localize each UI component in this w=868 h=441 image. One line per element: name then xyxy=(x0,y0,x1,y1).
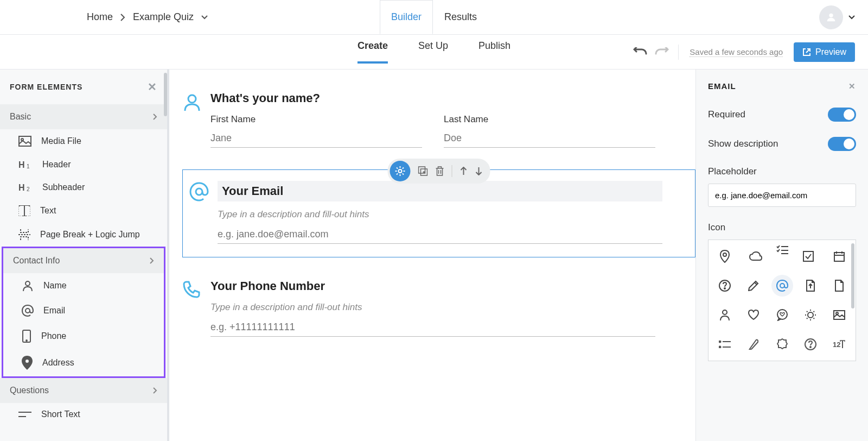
svg-text:12: 12 xyxy=(833,341,840,349)
email-input[interactable] xyxy=(218,225,662,244)
required-label: Required xyxy=(708,109,745,120)
svg-point-21 xyxy=(723,253,726,256)
properties-panel: EMAIL ✕ Required Show description Placeh… xyxy=(695,70,868,441)
close-icon[interactable]: ✕ xyxy=(848,81,856,91)
breadcrumb-quiz[interactable]: Example Quiz xyxy=(133,11,194,23)
svg-point-40 xyxy=(810,346,811,348)
sidebar-item-phone[interactable]: Phone xyxy=(3,323,164,349)
tab-results[interactable]: Results xyxy=(433,0,488,34)
svg-point-37 xyxy=(719,346,721,348)
help-circle-icon-option[interactable] xyxy=(800,333,821,355)
redo-button[interactable] xyxy=(654,45,669,60)
svg-point-32 xyxy=(808,312,813,318)
svg-rect-23 xyxy=(834,253,844,261)
image-icon-option[interactable] xyxy=(828,304,850,326)
showdesc-toggle[interactable] xyxy=(828,137,856,151)
at-icon-option[interactable] xyxy=(771,275,793,297)
at-icon xyxy=(189,182,209,201)
chevron-down-icon[interactable] xyxy=(848,15,855,20)
lightbulb-icon-option[interactable] xyxy=(800,304,821,326)
scrollbar[interactable] xyxy=(851,243,854,308)
question-title[interactable]: What's your name? xyxy=(210,91,655,105)
svg-point-0 xyxy=(829,13,833,17)
saved-status: Saved a few seconds ago xyxy=(690,47,783,57)
email-question-block[interactable]: Your Email Type in a description and fil… xyxy=(182,169,695,257)
upload-icon-option[interactable] xyxy=(800,275,821,297)
subtab-create[interactable]: Create xyxy=(358,40,388,64)
help-icon-option[interactable] xyxy=(714,275,736,297)
move-up-button[interactable] xyxy=(460,167,468,175)
chevron-right-icon xyxy=(120,14,125,21)
close-icon[interactable]: ✕ xyxy=(148,80,157,93)
pencil-icon-option[interactable] xyxy=(743,275,764,297)
person-icon xyxy=(22,280,34,292)
phone-icon xyxy=(182,280,202,300)
list-icon-option[interactable] xyxy=(776,245,788,267)
svg-rect-33 xyxy=(834,311,845,319)
icon-label: Icon xyxy=(708,222,856,233)
svg-text:H: H xyxy=(18,183,25,192)
breadcrumb-home[interactable]: Home xyxy=(87,11,113,23)
svg-rect-1 xyxy=(19,136,31,146)
description-hint[interactable]: Type in a description and fill-out hints xyxy=(210,302,655,313)
svg-point-11 xyxy=(26,340,27,341)
sidebar-item-subheader[interactable]: H2 Subheader xyxy=(0,176,167,199)
cloud-icon-option[interactable] xyxy=(745,245,767,267)
sidebar-item-name[interactable]: Name xyxy=(3,273,164,298)
sidebar-group-questions[interactable]: Questions xyxy=(0,378,167,403)
icon-picker: 12 xyxy=(708,240,856,361)
scrollbar[interactable] xyxy=(164,73,167,116)
subtab-setup[interactable]: Set Up xyxy=(418,40,448,64)
chevron-down-icon[interactable] xyxy=(201,15,208,20)
svg-rect-42 xyxy=(842,341,843,348)
first-name-input[interactable] xyxy=(210,129,422,148)
phone-input[interactable] xyxy=(210,318,655,337)
question-title[interactable]: Your Phone Number xyxy=(210,279,655,293)
file-icon-option[interactable] xyxy=(828,275,850,297)
description-hint[interactable]: Type in a description and fill-out hints xyxy=(218,209,662,220)
sidebar-item-shorttext[interactable]: Short Text xyxy=(0,403,167,426)
sidebar-item-media[interactable]: Media File xyxy=(0,129,167,153)
move-down-button[interactable] xyxy=(475,167,483,175)
first-name-label: First Name xyxy=(210,114,422,125)
heart-icon-option[interactable] xyxy=(743,304,764,326)
preview-button[interactable]: Preview xyxy=(794,42,855,62)
svg-point-28 xyxy=(724,288,725,289)
number-icon-option[interactable]: 12 xyxy=(828,333,850,355)
avatar[interactable] xyxy=(819,5,843,29)
badge-icon-option[interactable] xyxy=(771,333,793,355)
pen-icon-option[interactable] xyxy=(743,333,764,355)
subtab-publish[interactable]: Publish xyxy=(478,40,510,64)
subheader-icon: H2 xyxy=(18,182,33,192)
sidebar-group-contact[interactable]: Contact Info xyxy=(3,248,164,273)
placeholder-label: Placeholder xyxy=(708,166,856,177)
question-title[interactable]: Your Email xyxy=(222,184,283,198)
undo-button[interactable] xyxy=(633,45,648,60)
sidebar-item-pagebreak[interactable]: Page Break + Logic Jump xyxy=(0,223,167,247)
sidebar-item-header[interactable]: H1 Header xyxy=(0,153,167,176)
header-icon: H1 xyxy=(18,160,33,169)
sidebar-group-basic[interactable]: Basic xyxy=(0,104,167,129)
checkbox-icon-option[interactable] xyxy=(797,245,819,267)
bullet-list-icon-option[interactable] xyxy=(714,333,736,355)
media-icon xyxy=(18,136,31,147)
panel-title: EMAIL xyxy=(708,81,736,91)
placeholder-input[interactable] xyxy=(708,184,856,207)
person-icon-option[interactable] xyxy=(714,304,736,326)
duplicate-button[interactable] xyxy=(418,166,428,176)
chat-heart-icon-option[interactable] xyxy=(771,304,793,326)
sidebar-item-email[interactable]: Email xyxy=(3,298,164,323)
last-name-input[interactable] xyxy=(444,129,655,148)
required-toggle[interactable] xyxy=(828,108,856,122)
at-icon xyxy=(22,305,34,317)
svg-point-15 xyxy=(399,169,402,173)
sidebar-item-text[interactable]: Text xyxy=(0,199,167,223)
calendar-icon-option[interactable] xyxy=(828,245,850,267)
svg-point-29 xyxy=(780,284,784,288)
pin-icon-option[interactable] xyxy=(714,245,736,267)
tab-builder[interactable]: Builder xyxy=(380,0,433,34)
last-name-label: Last Name xyxy=(444,114,655,125)
settings-button[interactable] xyxy=(390,161,411,181)
delete-button[interactable] xyxy=(436,166,444,176)
sidebar-item-address[interactable]: Address xyxy=(3,349,164,376)
